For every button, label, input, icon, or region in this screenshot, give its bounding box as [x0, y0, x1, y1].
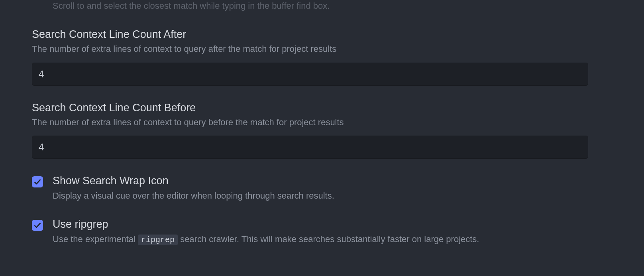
use-ripgrep-checkbox[interactable]	[32, 220, 43, 231]
setting-title: Show Search Wrap Icon	[53, 175, 169, 187]
settings-panel: Scroll to and select the closest match w…	[0, 0, 644, 246]
search-context-after-input[interactable]	[32, 63, 588, 86]
setting-description: Display a visual cue over the editor whe…	[53, 190, 588, 202]
setting-use-ripgrep: Use ripgrep Use the experimental ripgrep…	[32, 218, 588, 246]
setting-title: Search Context Line Count Before	[32, 102, 588, 114]
setting-search-context-before: Search Context Line Count Before The num…	[32, 102, 588, 159]
show-wrap-icon-checkbox[interactable]	[32, 176, 43, 187]
setting-description: The number of extra lines of context to …	[32, 43, 588, 55]
setting-search-context-after: Search Context Line Count After The numb…	[32, 28, 588, 86]
setting-show-search-wrap-icon: Show Search Wrap Icon Display a visual c…	[32, 175, 588, 202]
setting-description: Use the experimental ripgrep search craw…	[53, 233, 588, 246]
setting-description: The number of extra lines of context to …	[32, 116, 588, 129]
setting-title: Search Context Line Count After	[32, 28, 588, 41]
ripgrep-code-token: ripgrep	[138, 235, 178, 245]
truncated-setting-description: Scroll to and select the closest match w…	[53, 0, 588, 12]
search-context-before-input[interactable]	[32, 136, 588, 159]
annotation-arrow	[0, 262, 644, 276]
check-icon	[33, 178, 41, 186]
check-icon	[33, 221, 41, 229]
setting-title: Use ripgrep	[53, 218, 108, 231]
